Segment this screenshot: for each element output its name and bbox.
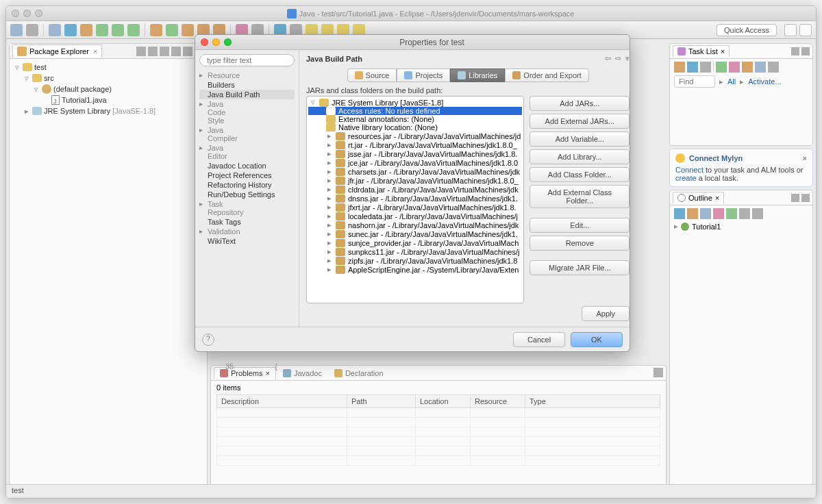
minimize-icon[interactable]: [791, 194, 799, 202]
add-variable-button[interactable]: Add Variable...: [530, 131, 630, 147]
toolbar-button[interactable]: [150, 24, 162, 36]
toolbar-button[interactable]: [64, 24, 77, 36]
add-class-folder-button[interactable]: Add Class Folder...: [530, 167, 630, 182]
jar-row[interactable]: ▸AppleScriptEngine.jar - /System/Library…: [308, 265, 522, 274]
task-list-tab[interactable]: Task List×: [673, 45, 730, 57]
activate-link[interactable]: Activate...: [748, 77, 781, 86]
focus-icon[interactable]: [160, 47, 169, 56]
remove-button[interactable]: Remove: [530, 236, 630, 251]
package-explorer-tab[interactable]: Package Explorer×: [12, 45, 102, 58]
outline-tree[interactable]: ▸Tutorial1: [674, 222, 808, 231]
add-external-class-folder-button[interactable]: Add External Class Folder...: [530, 185, 630, 208]
find-input[interactable]: [674, 75, 715, 88]
categorize-icon[interactable]: [687, 62, 698, 73]
collapse-icon[interactable]: [148, 47, 158, 56]
create-link[interactable]: create: [675, 174, 697, 182]
maximize-icon[interactable]: [801, 194, 810, 202]
hide-fields-icon[interactable]: [687, 208, 698, 219]
menu-icon[interactable]: [768, 62, 779, 73]
link-icon[interactable]: [726, 208, 737, 219]
category-run-debug-settings[interactable]: Run/Debug Settings: [199, 190, 295, 199]
toolbar-button[interactable]: [26, 24, 38, 36]
category-validation[interactable]: Validation: [199, 227, 209, 236]
category-java-code-style[interactable]: Java Code Style: [199, 99, 209, 125]
link-icon[interactable]: [136, 47, 146, 56]
apply-button[interactable]: Apply: [582, 306, 630, 321]
sync-icon[interactable]: [729, 62, 740, 73]
tab-order[interactable]: Order and Export: [505, 68, 588, 82]
menu-icon[interactable]: ▾: [625, 54, 630, 63]
back-icon[interactable]: ⇦: [605, 54, 611, 63]
toolbar-button[interactable]: [10, 24, 23, 36]
ok-button[interactable]: OK: [571, 332, 623, 347]
jars-tree[interactable]: ▿JRE System Library [JavaSE-1.8] Access …: [306, 96, 524, 303]
migrate-jar-button[interactable]: Migrate JAR File...: [530, 260, 630, 275]
cancel-button[interactable]: Cancel: [513, 332, 565, 347]
tab-libraries[interactable]: Libraries: [450, 68, 505, 82]
sort-icon[interactable]: [674, 208, 685, 219]
jar-row[interactable]: ▸rt.jar - /Library/Java/JavaVirtualMachi…: [308, 140, 522, 149]
jar-row[interactable]: ▸cldrdata.jar - /Library/Java/JavaVirtua…: [308, 185, 522, 194]
all-link[interactable]: All: [727, 77, 736, 86]
ext-annotations-row[interactable]: External annotations: (None): [308, 115, 522, 123]
window-controls[interactable]: [12, 10, 42, 17]
add-jars-button[interactable]: Add JARs...: [530, 96, 630, 111]
category-builders[interactable]: Builders: [199, 80, 295, 90]
jar-row[interactable]: ▸dnsns.jar - /Library/Java/JavaVirtualMa…: [308, 194, 522, 203]
forward-icon[interactable]: ⇨: [615, 54, 621, 63]
toolbar-button[interactable]: [80, 24, 92, 36]
tab-projects[interactable]: Projects: [397, 68, 450, 82]
maximize-icon[interactable]: [801, 47, 810, 55]
help-icon[interactable]: ?: [202, 333, 214, 346]
close-icon[interactable]: ×: [715, 194, 719, 202]
col-resource[interactable]: Resource: [471, 395, 525, 408]
javadoc-tab[interactable]: Javadoc: [277, 368, 327, 379]
col-description[interactable]: Description: [217, 395, 347, 408]
category-java-build-path[interactable]: Java Build Path: [199, 90, 295, 99]
col-location[interactable]: Location: [416, 395, 471, 408]
filter-input[interactable]: [199, 54, 295, 66]
jar-row[interactable]: ▸localedata.jar - /Library/Java/JavaVirt…: [308, 212, 522, 220]
toolbar-button[interactable]: [49, 24, 61, 36]
col-type[interactable]: Type: [525, 395, 660, 408]
category-javadoc-location[interactable]: Javadoc Location: [199, 161, 295, 171]
hide-icon[interactable]: [755, 62, 766, 73]
jar-row[interactable]: ▸jce.jar - /Library/Java/JavaVirtualMach…: [308, 158, 522, 167]
jar-row[interactable]: ▸jfxrt.jar - /Library/Java/JavaVirtualMa…: [308, 203, 522, 212]
new-task-icon[interactable]: [674, 62, 685, 73]
jar-row[interactable]: ▸jfr.jar - /Library/Java/JavaVirtualMach…: [308, 176, 522, 185]
add-library-button[interactable]: Add Library...: [530, 149, 630, 164]
declaration-tab[interactable]: Declaration: [329, 368, 389, 379]
jar-row[interactable]: ▸zipfs.jar - /Library/Java/JavaVirtualMa…: [308, 256, 522, 265]
tab-source[interactable]: Source: [347, 68, 397, 82]
collapse-icon[interactable]: [742, 62, 753, 73]
category-project-references[interactable]: Project References: [199, 171, 295, 180]
outline-tab[interactable]: Outline×: [673, 192, 724, 203]
toolbar-button[interactable]: [166, 24, 178, 36]
window-controls[interactable]: [201, 38, 232, 46]
category-resource[interactable]: Resource: [199, 71, 209, 80]
package-tree[interactable]: ▿test ▿src ▿(default package) Tutorial1.…: [10, 59, 207, 119]
category-java-compiler[interactable]: Java Compiler: [199, 125, 209, 143]
minimize-icon[interactable]: [183, 47, 192, 56]
quick-access[interactable]: Quick Access: [717, 24, 777, 36]
perspective-switcher[interactable]: [784, 24, 812, 36]
jar-row[interactable]: ▸nashorn.jar - /Library/Java/JavaVirtual…: [308, 220, 522, 229]
toolbar-button[interactable]: [127, 24, 140, 36]
close-icon[interactable]: ×: [93, 47, 97, 55]
jar-row[interactable]: ▸sunjce_provider.jar - /Library/Java/Jav…: [308, 238, 522, 247]
category-wikitext[interactable]: WikiText: [199, 236, 295, 246]
problems-table[interactable]: Description Path Location Resource Type: [216, 394, 660, 466]
menu-icon[interactable]: [653, 368, 663, 377]
focus-icon[interactable]: [716, 62, 727, 73]
category-refactoring-history[interactable]: Refactoring History: [199, 180, 295, 190]
category-task-tags[interactable]: Task Tags: [199, 217, 295, 227]
run-button[interactable]: [112, 24, 124, 36]
hide-static-icon[interactable]: [700, 208, 711, 219]
jar-row[interactable]: ▸resources.jar - /Library/Java/JavaVirtu…: [308, 131, 522, 140]
minimize-icon[interactable]: [791, 47, 799, 55]
debug-button[interactable]: [96, 24, 108, 36]
hide-nonpublic-icon[interactable]: [713, 208, 724, 219]
focus-icon[interactable]: [739, 208, 750, 219]
jar-row[interactable]: ▸jsse.jar - /Library/Java/JavaVirtualMac…: [308, 149, 522, 158]
